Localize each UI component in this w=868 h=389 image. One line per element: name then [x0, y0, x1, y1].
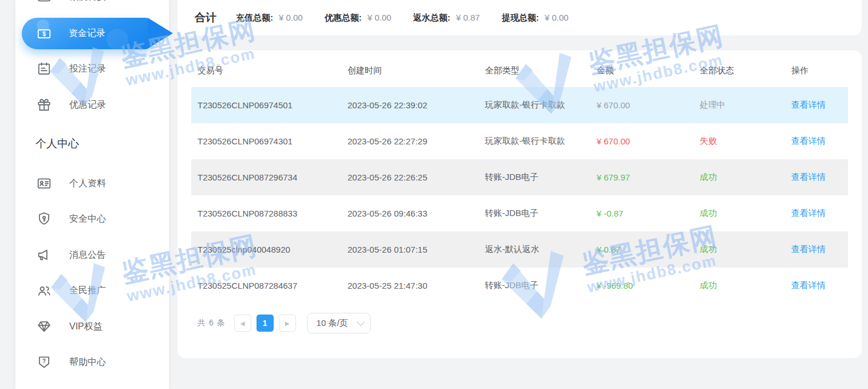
summary-title: 合计 [195, 10, 216, 25]
sidebar-item[interactable]: VIP权益 [15, 315, 169, 338]
chevron-down-icon [357, 318, 365, 326]
pagination: 共 6 条 ◀ 1 ▶ 10 条/页 [191, 313, 848, 333]
view-details-link[interactable]: 查看详情 [791, 244, 826, 254]
cell-status: 成功 [693, 208, 785, 219]
sidebar-item-label: 帮助中心 [69, 356, 106, 368]
sidebar-item-label: 消息公告 [69, 249, 106, 261]
cell-transaction-id: T230526CLNP06974501 [191, 100, 341, 110]
id-card-icon [36, 176, 52, 191]
cell-action: 查看详情 [785, 100, 848, 111]
sidebar-item[interactable]: 全民推广 [15, 279, 169, 302]
summary-item-label: 返水总额: [413, 13, 450, 23]
summary-bar: 合计 充值总额:¥ 0.00优惠总额:¥ 0.00返水总额:¥ 0.87提现总额… [177, 0, 862, 36]
view-details-link[interactable]: 查看详情 [791, 100, 826, 109]
bet-record-icon [36, 61, 52, 77]
table-row[interactable]: T230526CLNP069743012023-05-26 22:27:29玩家… [191, 123, 848, 159]
sidebar-item-active[interactable]: $资金记录 [22, 18, 151, 49]
summary-item-value: ¥ 0.00 [545, 13, 569, 22]
summary-item-value: ¥ 0.00 [279, 13, 303, 22]
cell-type: 玩家取款-银行卡取款 [479, 136, 590, 147]
cell-action: 查看详情 [785, 244, 848, 255]
money-record-icon: $ [36, 26, 52, 41]
summary-item-label: 提现总额: [502, 13, 539, 23]
current-page-button[interactable]: 1 [257, 315, 274, 332]
cell-created-time: 2023-05-25 21:47:30 [341, 281, 479, 290]
page-size-select[interactable]: 10 条/页 [307, 313, 371, 333]
cell-status: 成功 [693, 280, 785, 291]
cell-transaction-id: T230525CLNP087284637 [191, 281, 341, 290]
sidebar-item-label: 优惠记录 [69, 99, 106, 111]
sidebar-item[interactable]: 安全中心 [15, 207, 169, 230]
page-size-value: 10 条/页 [317, 318, 348, 329]
svg-text:?: ? [42, 358, 45, 364]
view-details-link[interactable]: 查看详情 [791, 172, 826, 182]
sidebar-item[interactable]: ?帮助中心 [15, 351, 169, 374]
table-row[interactable]: T230526CLNP069745012023-05-26 22:39:02玩家… [191, 87, 848, 123]
table-row[interactable]: T230525CLNP0872846372023-05-25 21:47:30转… [191, 268, 848, 304]
table-row[interactable]: T230526CLNP0872967342023-05-26 22:26:25转… [191, 159, 848, 195]
view-details-link[interactable]: 查看详情 [791, 208, 826, 218]
summary-item-label: 优惠总额: [325, 13, 362, 23]
cell-type: 转账-JDB电子 [479, 208, 590, 219]
column-header: 创建时间 [341, 65, 479, 76]
summary-item: 充值总额:¥ 0.00 [236, 13, 303, 23]
cell-action: 查看详情 [785, 172, 848, 183]
megaphone-icon [36, 247, 52, 263]
sidebar-item-label: 安全中心 [69, 213, 106, 225]
sidebar-item[interactable]: 优惠记录 [15, 93, 169, 116]
sidebar-item-label: 资金记录 [69, 27, 105, 40]
table-header-row: 交易号创建时间全部类型金额全部状态操作 [191, 54, 848, 87]
cell-type: 转账-JDB电子 [479, 280, 590, 291]
pagination-total: 共 6 条 [198, 318, 226, 328]
cell-transaction-id: T230525clnp040048920 [191, 245, 341, 254]
cell-created-time: 2023-05-26 09:46:33 [341, 209, 479, 218]
shield-key-icon [36, 211, 52, 227]
gift-icon [36, 97, 52, 113]
cell-created-time: 2023-05-26 22:27:29 [341, 136, 479, 146]
cell-action: 查看详情 [785, 136, 848, 147]
cell-amount: ¥ 670.00 [590, 100, 693, 110]
sidebar-section-title: 个人中心 [35, 136, 79, 151]
sidebar-item[interactable]: 投注记录 [15, 57, 169, 80]
cell-transaction-id: T230526CLNP087296734 [191, 172, 341, 182]
cell-type: 返水-默认返水 [479, 244, 590, 255]
column-header[interactable]: 全部状态 [693, 65, 785, 76]
prev-page-button[interactable]: ◀ [234, 315, 251, 332]
sidebar-item[interactable]: 个人资料 [15, 172, 169, 195]
column-header: 金额 [590, 65, 693, 76]
wallet-icon [36, 0, 52, 5]
sidebar-item[interactable]: 消息公告 [15, 243, 169, 266]
column-header: 操作 [785, 65, 848, 76]
summary-item: 返水总额:¥ 0.87 [413, 13, 480, 23]
view-details-link[interactable]: 查看详情 [791, 136, 826, 146]
cell-amount: ¥ -969.80 [590, 281, 693, 290]
cell-transaction-id: T230526CLNP087288833 [191, 209, 341, 218]
cell-action: 查看详情 [785, 208, 848, 219]
sidebar-item-label: 全民推广 [69, 285, 106, 297]
next-page-button[interactable]: ▶ [279, 315, 296, 332]
column-header[interactable]: 全部类型 [479, 65, 590, 76]
main-content: 合计 充值总额:¥ 0.00优惠总额:¥ 0.00返水总额:¥ 0.87提现总额… [177, 0, 862, 358]
sidebar-item-label: 个人资料 [69, 178, 106, 190]
table-row[interactable]: T230525clnp0400489202023-05-26 01:07:15返… [191, 231, 848, 268]
people-icon [36, 283, 52, 298]
view-details-link[interactable]: 查看详情 [791, 280, 826, 290]
cell-transaction-id: T230526CLNP06974301 [191, 136, 341, 146]
summary-item-label: 充值总额: [236, 13, 273, 23]
cell-status: 失败 [693, 136, 785, 147]
cell-amount: ¥ 679.97 [590, 172, 693, 182]
cell-created-time: 2023-05-26 22:39:02 [341, 100, 479, 110]
table-row[interactable]: T230526CLNP0872888332023-05-26 09:46:33转… [191, 195, 848, 231]
sidebar-item-label: 投注记录 [69, 63, 106, 75]
cell-amount: ¥ -0.87 [590, 209, 693, 218]
sidebar-item[interactable]: 额度转换 [15, 0, 169, 8]
cell-action: 查看详情 [785, 280, 848, 291]
cell-type: 玩家取款-银行卡取款 [479, 100, 590, 111]
summary-items: 充值总额:¥ 0.00优惠总额:¥ 0.00返水总额:¥ 0.87提现总额:¥ … [236, 13, 590, 23]
diamond-icon [36, 319, 52, 335]
funds-table-card: 交易号创建时间全部类型金额全部状态操作 T230526CLNP069745012… [177, 50, 862, 358]
summary-item: 优惠总额:¥ 0.00 [325, 13, 392, 23]
help-icon: ? [36, 355, 52, 370]
svg-text:$: $ [42, 30, 46, 37]
sidebar-item-label: 额度转换 [69, 0, 106, 3]
